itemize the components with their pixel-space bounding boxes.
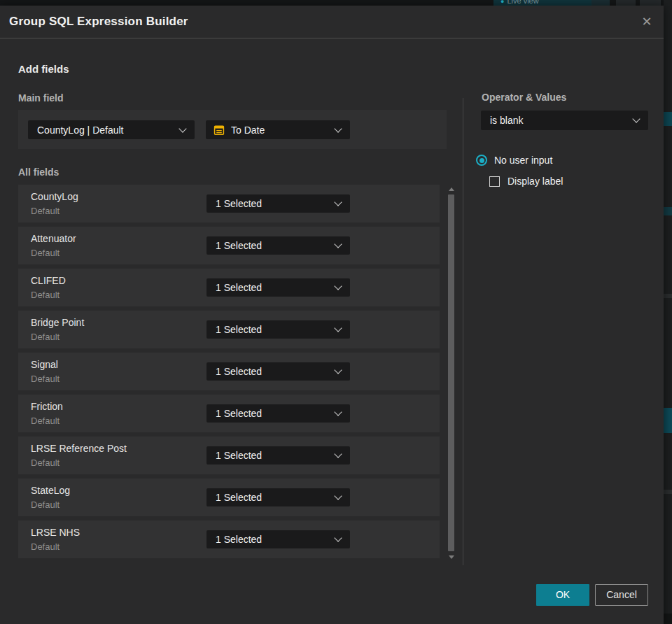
main-field-type-value: To Date <box>231 125 335 136</box>
field-selected-value: 1 Selected <box>206 492 335 503</box>
checkbox-unchecked-icon <box>489 176 500 187</box>
field-subtitle: Default <box>31 458 59 468</box>
chevron-down-icon <box>334 408 342 416</box>
chevron-down-icon <box>334 198 342 206</box>
chevron-down-icon <box>334 534 342 541</box>
field-row-lrse-nhs: LRSE NHS Default 1 Selected <box>18 520 440 558</box>
field-selected-dropdown[interactable]: 1 Selected <box>206 194 350 213</box>
main-field-select[interactable]: CountyLog | Default <box>28 120 195 139</box>
background-toolbar-fragment <box>616 0 636 6</box>
field-name: Attenuator <box>31 233 76 244</box>
background-accent-fragment <box>664 408 672 433</box>
field-row-bridge-point: Bridge Point Default 1 Selected <box>18 311 440 348</box>
field-name: CountyLog <box>31 191 78 202</box>
chevron-down-icon <box>334 366 342 374</box>
dialog-titlebar: Group SQL Expression Builder ✕ <box>0 6 664 38</box>
ok-button[interactable]: OK <box>536 584 589 606</box>
live-view-label: Live view <box>507 0 538 5</box>
field-subtitle: Default <box>31 541 59 552</box>
field-name: Bridge Point <box>31 317 84 328</box>
field-name: Friction <box>31 401 63 412</box>
field-selected-dropdown[interactable]: 1 Selected <box>206 362 350 381</box>
field-row-friction: Friction Default 1 Selected <box>18 395 440 432</box>
background-accent-fragment <box>664 112 672 126</box>
field-selected-value: 1 Selected <box>206 534 335 545</box>
chevron-down-icon <box>334 282 342 290</box>
main-field-panel: CountyLog | Default To Date <box>18 110 447 149</box>
field-subtitle: Default <box>31 206 59 216</box>
field-selected-value: 1 Selected <box>206 324 335 335</box>
display-label-label: Display label <box>507 176 563 187</box>
field-selected-dropdown[interactable]: 1 Selected <box>206 278 350 297</box>
scrollbar-thumb[interactable] <box>448 194 454 551</box>
no-user-input-label: No user input <box>494 155 552 166</box>
all-fields-label: All fields <box>18 166 59 178</box>
field-row-clifed: CLIFED Default 1 Selected <box>18 269 440 306</box>
field-name: Signal <box>31 359 58 370</box>
field-subtitle: Default <box>31 290 59 300</box>
field-selected-dropdown[interactable]: 1 Selected <box>206 530 350 548</box>
field-selected-dropdown[interactable]: 1 Selected <box>206 320 350 339</box>
operator-select[interactable]: is blank <box>481 111 648 130</box>
background-toolbar-fragment <box>592 0 610 6</box>
field-row-lrse-reference-post: LRSE Reference Post Default 1 Selected <box>18 437 440 474</box>
field-selected-value: 1 Selected <box>206 198 335 209</box>
background-accent-fragment <box>664 207 672 215</box>
display-label-checkbox[interactable]: Display label <box>489 174 563 188</box>
main-field-select-value: CountyLog | Default <box>28 125 180 136</box>
background-toolbar-fragment <box>640 0 661 6</box>
chevron-down-icon <box>334 492 342 499</box>
scrollbar-down-arrow-icon[interactable] <box>449 555 454 559</box>
field-subtitle: Default <box>31 332 59 342</box>
main-field-label: Main field <box>18 92 64 104</box>
background-fragment <box>664 614 672 624</box>
no-user-input-radio[interactable]: No user input <box>476 153 552 167</box>
live-view-dot-icon: ● <box>500 0 504 5</box>
chevron-down-icon <box>334 125 342 132</box>
field-row-countylog: CountyLog Default 1 Selected <box>18 185 440 222</box>
field-selected-value: 1 Selected <box>206 450 335 461</box>
to-date-calendar-icon <box>214 125 225 136</box>
live-view-toggle[interactable]: ●Live view <box>493 0 592 6</box>
field-selected-value: 1 Selected <box>206 408 335 419</box>
screen: ●Live view Group SQL Expression Builder … <box>0 0 672 624</box>
radio-selected-icon <box>476 155 487 166</box>
panel-divider <box>463 98 463 565</box>
close-icon[interactable]: ✕ <box>636 10 658 33</box>
field-subtitle: Default <box>31 499 59 510</box>
chevron-down-icon <box>632 115 640 122</box>
dialog-title: Group SQL Expression Builder <box>9 6 188 38</box>
chevron-down-icon <box>178 125 186 132</box>
cancel-button[interactable]: Cancel <box>595 584 648 606</box>
background-fragment <box>664 294 672 298</box>
field-name: CLIFED <box>31 275 66 286</box>
field-row-statelog: StateLog Default 1 Selected <box>18 478 440 516</box>
background-app-right-strip <box>664 0 672 624</box>
field-row-attenuator: Attenuator Default 1 Selected <box>18 227 440 264</box>
add-fields-heading: Add fields <box>18 63 69 75</box>
field-name: LRSE NHS <box>31 527 80 538</box>
operator-values-label: Operator & Values <box>482 92 566 103</box>
operator-select-value: is blank <box>481 115 634 126</box>
field-selected-dropdown[interactable]: 1 Selected <box>206 404 350 423</box>
field-selected-value: 1 Selected <box>206 366 335 377</box>
chevron-down-icon <box>334 450 342 458</box>
field-subtitle: Default <box>31 374 59 384</box>
background-fragment <box>664 490 672 494</box>
field-name: StateLog <box>31 485 70 496</box>
field-selected-dropdown[interactable]: 1 Selected <box>206 488 350 506</box>
field-selected-value: 1 Selected <box>206 240 335 251</box>
field-selected-dropdown[interactable]: 1 Selected <box>206 236 350 255</box>
field-name: LRSE Reference Post <box>31 443 127 454</box>
chevron-down-icon <box>334 240 342 248</box>
main-field-type-select[interactable]: To Date <box>206 120 350 139</box>
chevron-down-icon <box>334 324 342 332</box>
field-selected-dropdown[interactable]: 1 Selected <box>206 446 350 465</box>
field-row-signal: Signal Default 1 Selected <box>18 353 440 390</box>
all-fields-list: CountyLog Default 1 Selected Attenuator … <box>18 185 440 562</box>
scrollbar-up-arrow-icon[interactable] <box>449 187 454 191</box>
group-sql-expression-builder-dialog: Group SQL Expression Builder ✕ Add field… <box>0 6 664 624</box>
background-app-top-strip: ●Live view <box>0 0 672 6</box>
field-subtitle: Default <box>31 416 59 426</box>
field-selected-value: 1 Selected <box>206 282 335 293</box>
